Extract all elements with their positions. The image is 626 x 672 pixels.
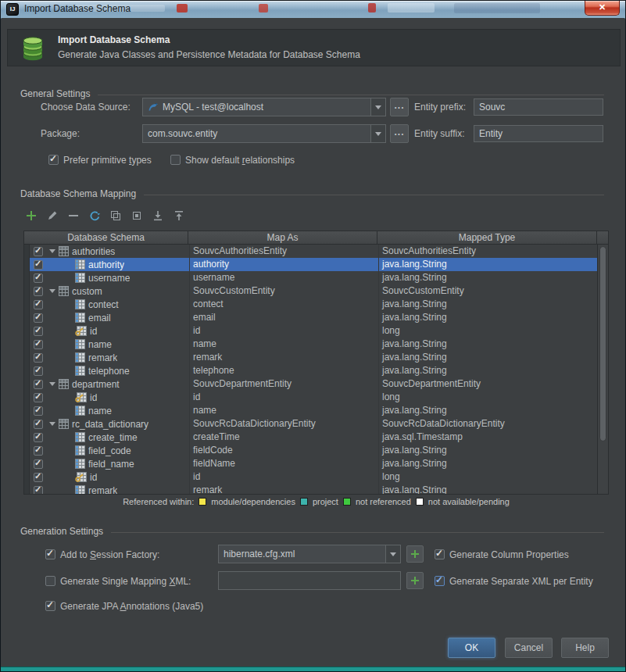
row-marker	[24, 324, 30, 338]
table-row[interactable]: contectcontectjava.lang.String	[24, 298, 597, 311]
table-row[interactable]: remarkremarkjava.lang.String	[24, 484, 597, 494]
row-checkbox-cell	[30, 353, 47, 363]
map-as-cell: telephone	[189, 364, 378, 377]
row-checkbox[interactable]	[34, 393, 43, 402]
cancel-button[interactable]: Cancel	[505, 638, 553, 658]
dialog-header-banner: Import Database Schema Generate Java Cla…	[7, 29, 621, 66]
row-checkbox[interactable]	[34, 260, 43, 270]
row-checkbox[interactable]	[34, 287, 43, 296]
expand-arrow-icon[interactable]	[49, 422, 55, 426]
intellij-logo-icon: IJ	[6, 3, 19, 16]
column-header-database-schema[interactable]: Database Schema	[24, 231, 188, 244]
table-row[interactable]: authorityauthorityjava.lang.String	[24, 258, 597, 271]
data-source-combobox[interactable]: MySQL - test@localhost	[142, 98, 386, 116]
table-row[interactable]: ididlong	[24, 324, 597, 338]
dropdown-arrow-icon[interactable]	[385, 545, 400, 563]
map-as-cell: SouvcAuthoritiesEntity	[189, 245, 378, 258]
row-checkbox[interactable]	[34, 247, 43, 256]
generate-column-properties-checkbox[interactable]	[435, 549, 445, 559]
copy-mapping-button[interactable]	[109, 209, 122, 222]
row-marker	[24, 351, 30, 364]
entity-prefix-input[interactable]	[474, 98, 603, 116]
row-checkbox[interactable]	[34, 486, 43, 495]
window-title: Import Database Schema	[24, 1, 131, 17]
row-checkbox[interactable]	[34, 366, 43, 376]
titlebar[interactable]: IJ Import Database Schema ✕	[1, 1, 625, 19]
table-row[interactable]: remarkremarkjava.lang.String	[24, 351, 597, 364]
row-checkbox[interactable]	[34, 459, 43, 469]
collapse-all-button[interactable]	[173, 209, 185, 222]
scrollbar-thumb[interactable]	[599, 246, 606, 441]
table-row[interactable]: telephonetelephonejava.lang.String	[24, 364, 597, 377]
dropdown-arrow-icon[interactable]	[370, 125, 385, 142]
table-row[interactable]: field_namefieldNamejava.lang.String	[24, 457, 597, 470]
help-button[interactable]: Help	[561, 638, 609, 658]
table-row[interactable]: field_codefieldCodejava.lang.String	[24, 444, 597, 457]
table-row[interactable]: ididlong	[24, 391, 597, 404]
row-checkbox[interactable]	[34, 473, 43, 482]
table-row[interactable]: rc_data_dictionarySouvcRcDataDictionaryE…	[24, 417, 597, 431]
table-row[interactable]: create_timecreateTimejava.sql.Timestamp	[24, 431, 597, 444]
expand-arrow-icon[interactable]	[49, 382, 55, 386]
generate-jpa-annotations-checkbox[interactable]	[45, 601, 55, 611]
row-checkbox-cell	[30, 433, 47, 442]
generate-separate-xml-checkbox[interactable]	[435, 576, 445, 586]
row-checkbox[interactable]	[34, 446, 43, 456]
row-checkbox[interactable]	[34, 406, 43, 416]
row-checkbox[interactable]	[34, 340, 43, 349]
column-header-mapped-type[interactable]: Mapped Type	[377, 231, 597, 244]
package-label: Package:	[41, 124, 80, 143]
remove-button[interactable]	[67, 209, 80, 222]
row-checkbox-cell	[30, 273, 47, 283]
row-checkbox[interactable]	[34, 327, 43, 336]
generate-single-mapping-xml-checkbox[interactable]	[45, 576, 55, 586]
row-checkbox[interactable]	[34, 420, 43, 429]
table-row[interactable]: ididlong	[24, 470, 597, 484]
vertical-scrollbar[interactable]	[597, 245, 608, 494]
add-single-mapping-button[interactable]	[406, 572, 424, 589]
row-checkbox[interactable]	[34, 273, 43, 283]
single-mapping-xml-input[interactable]	[218, 571, 401, 590]
package-combobox[interactable]: com.souvc.entity	[142, 124, 386, 143]
expand-arrow-icon[interactable]	[49, 289, 55, 293]
close-button[interactable]: ✕	[585, 1, 620, 16]
row-marker	[24, 417, 30, 431]
row-checkbox[interactable]	[34, 353, 43, 363]
table-row[interactable]: namenamejava.lang.String	[24, 338, 597, 351]
expand-all-button[interactable]	[152, 209, 164, 222]
row-marker	[24, 245, 30, 258]
table-row[interactable]: departmentSouvcDepartmentEntitySouvcDepa…	[24, 377, 597, 391]
schema-item-cell: name	[47, 406, 189, 416]
table-row[interactable]: customSouvcCustomEntitySouvcCustomEntity	[24, 284, 597, 298]
row-checkbox-cell	[30, 340, 47, 349]
entity-suffix-input[interactable]	[474, 125, 603, 142]
row-checkbox[interactable]	[34, 433, 43, 442]
table-row[interactable]: usernameusernamejava.lang.String	[24, 271, 597, 284]
dropdown-arrow-icon[interactable]	[370, 98, 385, 116]
add-to-session-factory-checkbox[interactable]	[45, 549, 55, 559]
column-icon	[75, 485, 85, 494]
refresh-button[interactable]	[88, 209, 101, 222]
add-button[interactable]	[25, 209, 38, 222]
row-checkbox[interactable]	[34, 300, 43, 309]
prefer-primitive-checkbox[interactable]	[48, 155, 59, 165]
table-row[interactable]: namenamejava.lang.String	[24, 404, 597, 417]
table-row[interactable]: authoritiesSouvcAuthoritiesEntitySouvcAu…	[24, 245, 597, 258]
generate-single-mapping-xml-label: Generate Single Mapping XML:	[60, 576, 191, 588]
row-checkbox[interactable]	[34, 380, 43, 389]
table-row[interactable]: emailemailjava.lang.String	[24, 311, 597, 324]
row-marker	[24, 457, 30, 470]
show-default-relationships-checkbox[interactable]	[170, 155, 181, 165]
row-checkbox[interactable]	[34, 313, 43, 323]
expand-arrow-icon[interactable]	[49, 249, 55, 253]
import-database-schema-window: IJ Import Database Schema ✕ Import Datab…	[0, 0, 626, 672]
edit-button[interactable]	[46, 209, 59, 222]
select-all-button[interactable]	[131, 209, 143, 222]
schema-item-cell: remark	[47, 352, 189, 363]
column-header-map-as[interactable]: Map As	[188, 231, 377, 244]
package-browse-button[interactable]: ...	[390, 124, 409, 143]
add-session-factory-button[interactable]	[406, 545, 424, 563]
session-factory-combobox[interactable]: hibernate.cfg.xml	[218, 545, 401, 563]
data-source-browse-button[interactable]: ...	[390, 98, 409, 116]
ok-button[interactable]: OK	[448, 638, 495, 658]
